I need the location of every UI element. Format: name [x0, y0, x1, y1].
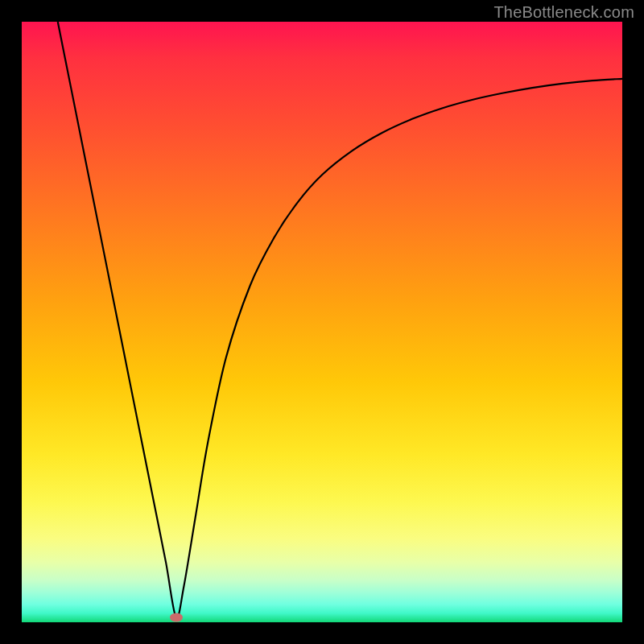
watermark-text: TheBottleneck.com [493, 3, 634, 22]
bottleneck-curve [58, 22, 622, 618]
minimum-marker [170, 613, 183, 622]
chart-frame: TheBottleneck.com [0, 0, 644, 644]
curve-layer [22, 22, 622, 622]
